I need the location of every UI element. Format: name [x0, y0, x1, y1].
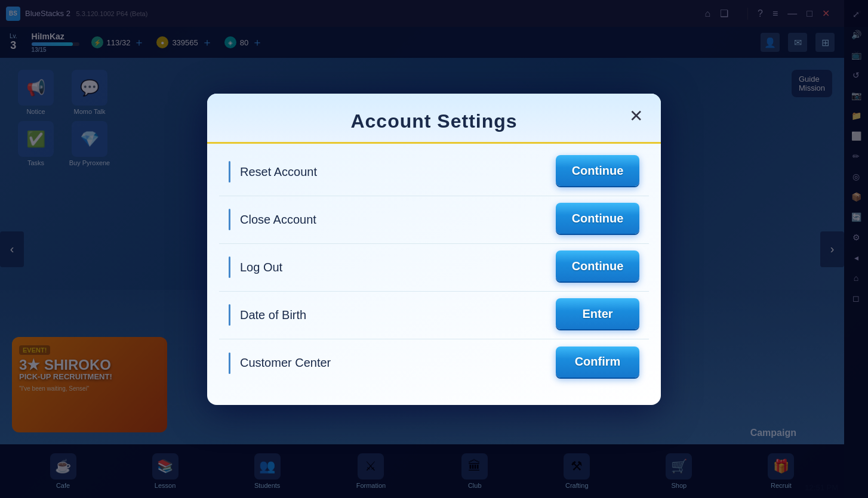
log-out-button[interactable]: Continue	[556, 250, 639, 282]
modal-title: Account Settings	[229, 110, 639, 132]
row-indicator-2	[229, 209, 230, 230]
row-indicator-4	[229, 304, 230, 326]
row-indicator-5	[229, 352, 230, 374]
close-account-button[interactable]: Continue	[556, 203, 639, 234]
modal-overlay: Account Settings ✕ Reset Account Continu…	[0, 0, 868, 498]
close-account-label: Close Account	[240, 213, 556, 227]
date-of-birth-button[interactable]: Enter	[556, 298, 639, 329]
date-of-birth-row: Date of Birth Enter	[219, 292, 649, 339]
date-of-birth-label: Date of Birth	[240, 308, 556, 322]
customer-center-row: Customer Center Confirm	[219, 339, 649, 387]
reset-account-button[interactable]: Continue	[556, 155, 639, 186]
account-settings-modal: Account Settings ✕ Reset Account Continu…	[207, 94, 661, 405]
reset-account-row: Reset Account Continue	[219, 149, 649, 196]
customer-center-label: Customer Center	[240, 356, 556, 370]
log-out-row: Log Out Continue	[219, 244, 649, 292]
close-account-row: Close Account Continue	[219, 196, 649, 244]
reset-account-label: Reset Account	[240, 165, 556, 179]
customer-center-button[interactable]: Confirm	[556, 347, 639, 378]
modal-header: Account Settings ✕	[207, 94, 661, 144]
row-indicator-1	[229, 161, 230, 183]
modal-close-button[interactable]: ✕	[625, 106, 647, 127]
log-out-label: Log Out	[240, 261, 556, 274]
row-indicator-3	[229, 256, 230, 278]
modal-body: Reset Account Continue Close Account Con…	[207, 149, 661, 387]
